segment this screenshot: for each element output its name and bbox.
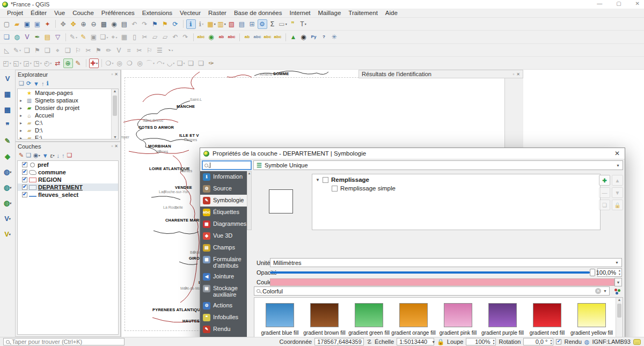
toolbar-icon[interactable]: ❏ <box>43 46 53 55</box>
toolbar-icon[interactable]: ▽ <box>53 32 63 42</box>
layers-tool-icon[interactable]: ❏ <box>67 152 72 159</box>
mouse-position-icon[interactable]: ☡ <box>367 338 372 345</box>
toolbar-icon[interactable]: ▰ <box>12 19 22 29</box>
toolbar-icon[interactable] <box>183 20 184 28</box>
toolbar-icon[interactable]: ? <box>319 32 329 42</box>
datasource-icon[interactable]: V▾ <box>2 213 13 224</box>
menu-item[interactable]: Préférences <box>98 10 138 16</box>
browser-tool-icon[interactable]: ↑ <box>41 80 45 87</box>
layers-tool-icon[interactable]: ❏ <box>26 152 31 159</box>
layers-tool-icon[interactable]: ↑ <box>62 152 65 159</box>
expand-arrow-icon[interactable]: ▸ <box>20 121 24 126</box>
toolbar-icon[interactable]: ℹ <box>186 19 196 29</box>
close-panel-icon[interactable]: ✕ <box>114 72 118 77</box>
fill-color-swatch[interactable] <box>270 278 614 286</box>
toolbar-icon[interactable]: ▧ <box>227 19 237 29</box>
float-panel-icon[interactable]: ▫ <box>111 72 113 77</box>
toolbar-icon[interactable]: ✎▾ <box>12 46 22 55</box>
properties-tab[interactable]: ⚙ Source <box>200 183 247 195</box>
properties-tab[interactable]: ▤ Champs <box>200 242 247 254</box>
symbol-checkbox[interactable] <box>323 177 328 183</box>
layers-tool-icon[interactable]: ◉▾ <box>33 152 40 159</box>
layers-tool-icon[interactable]: ε▾ <box>50 152 55 159</box>
color-dropdown-button[interactable]: ▼ <box>614 278 622 286</box>
datasource-icon[interactable]: ◍▾ <box>2 166 13 177</box>
properties-tab[interactable]: ⚙ Actions <box>200 300 247 312</box>
toolbar-icon[interactable]: abc <box>273 32 283 42</box>
menu-item[interactable]: Maillage <box>314 10 345 16</box>
toolbar-icon[interactable]: ☰ <box>155 46 165 55</box>
browser-tree-item[interactable]: ▸ ▰ C:\ <box>18 119 118 127</box>
datasource-icon[interactable]: V▾ <box>2 229 13 239</box>
properties-search-input[interactable] <box>202 160 252 170</box>
toolbar-icon[interactable]: Σ <box>268 19 277 29</box>
datasource-icon[interactable]: ▩ <box>2 104 13 115</box>
menu-item[interactable]: Projet <box>3 10 27 16</box>
toolbar-icon[interactable]: V <box>114 46 124 55</box>
browser-tool-icon[interactable]: ▼ <box>33 80 39 87</box>
properties-tab[interactable]: ◀ Jointure <box>200 271 247 283</box>
toolbar-icon[interactable]: ❏▾ <box>176 58 186 68</box>
toolbar-icon[interactable]: ▤ <box>120 19 129 29</box>
dialog-close-button[interactable]: ✕ <box>614 150 620 157</box>
layer-row[interactable]: fleuves_select <box>18 191 118 198</box>
properties-tab[interactable]: ℹ Information <box>200 171 247 183</box>
menu-item[interactable]: Couche <box>69 10 98 16</box>
toolbar-icon[interactable]: ⚑ <box>160 19 170 29</box>
toolbar-icon[interactable]: ⟳ <box>171 19 180 29</box>
toolbar-icon[interactable]: ⚑ <box>33 46 42 55</box>
menu-item[interactable]: Vecteur <box>176 10 204 16</box>
properties-tab[interactable]: ▣ Stockage auxiliaire <box>200 283 247 300</box>
datasource-icon[interactable]: V <box>2 73 13 84</box>
toolbar-icon[interactable]: ⌖ <box>53 46 63 55</box>
toolbar-icon[interactable]: ▥▾ <box>217 19 226 29</box>
toolbar-icon[interactable]: ab <box>217 32 226 42</box>
toolbar-icon[interactable]: ◠▾ <box>156 58 165 68</box>
toolbar-icon[interactable]: ↶ <box>171 32 180 42</box>
toolbar-icon[interactable]: ✥ <box>69 19 78 29</box>
toolbar-icon[interactable]: ✂ <box>84 46 93 55</box>
browser-tree-item[interactable]: ▸ ⌂ Accueil <box>18 112 118 119</box>
toolbar-icon[interactable]: ◔▾ <box>165 46 175 55</box>
toolbar-icon[interactable]: ⚑ <box>150 19 160 29</box>
datasource-icon[interactable]: ◍▾ <box>2 182 13 193</box>
toolbar-icon[interactable]: ↷ <box>140 19 150 29</box>
toolbar-icon[interactable]: ▦ <box>120 32 129 42</box>
symbol-tree-button[interactable]: ▲ <box>612 175 623 186</box>
toolbar-icon[interactable]: V <box>23 32 32 42</box>
layer-row[interactable]: REGION <box>18 176 118 183</box>
toolbar-icon[interactable]: ◍ <box>12 32 22 42</box>
properties-tab[interactable]: ✎ Symbologie <box>200 195 247 207</box>
toolbar-icon[interactable]: ▣ <box>23 19 32 29</box>
menu-item[interactable]: Éditer <box>27 10 50 16</box>
style-manager-button[interactable] <box>612 286 622 296</box>
layer-visibility-checkbox[interactable] <box>22 185 27 190</box>
toolbar-icon[interactable]: ◎ <box>115 58 125 68</box>
toolbar-icon[interactable] <box>65 33 66 41</box>
toolbar-icon[interactable]: ❍▾ <box>105 58 114 68</box>
toolbar-icon[interactable]: ◉ <box>207 32 216 42</box>
menu-item[interactable]: Internet <box>286 10 314 16</box>
toolbar-icon[interactable]: ⌗ <box>125 46 134 55</box>
chevron-down-icon[interactable]: ▼ <box>603 289 607 293</box>
toolbar-icon[interactable]: ↷ <box>181 32 191 42</box>
toolbar-icon[interactable] <box>86 59 86 67</box>
messages-icon[interactable]: … <box>633 339 641 345</box>
render-checkbox[interactable] <box>556 339 561 344</box>
toolbar-icon[interactable]: ◱▾ <box>12 58 22 68</box>
toolbar-icon[interactable] <box>193 33 194 41</box>
magnifier-spinbox[interactable]: 100%▲▼ <box>466 338 496 345</box>
toolbar-icon[interactable]: ❏ <box>2 32 12 42</box>
properties-tab[interactable]: ✎ Rendu <box>200 323 247 335</box>
toolbar-icon[interactable]: ▲ <box>289 32 298 42</box>
toolbar-icon[interactable]: ◳▾ <box>33 58 42 68</box>
browser-tree-item[interactable]: ▸ ▥ Signets spatiaux <box>18 97 118 104</box>
symbol-tree-button[interactable]: 🔒 <box>612 200 623 210</box>
toolbar-icon[interactable]: ✥ <box>58 19 68 29</box>
opacity-spinbox[interactable]: 100,0% ▲▼ <box>597 268 622 277</box>
toolbar-icon[interactable]: ⚙ <box>258 19 267 29</box>
toolbar-icon[interactable]: ⊞ <box>247 19 257 29</box>
toolbar-icon[interactable] <box>55 20 56 28</box>
toolbar-icon[interactable]: ✎ <box>79 32 89 42</box>
layers-tool-icon[interactable]: ▼ <box>42 152 48 159</box>
